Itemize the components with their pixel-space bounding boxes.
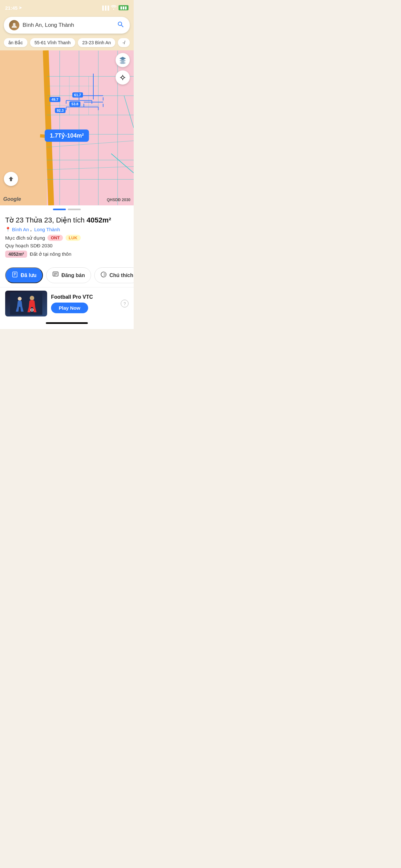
svg-point-0 <box>13 23 16 26</box>
info-title: Tờ 23 Thửa 23, Diện tích 4052m² <box>5 216 128 224</box>
saved-label: Đã lưu <box>21 272 36 278</box>
price-label: 1.7Tỷ-104m² <box>44 129 89 142</box>
ad-help-icon[interactable]: ? <box>121 300 128 307</box>
post-button[interactable]: Đăng bán <box>46 268 91 283</box>
svg-point-52 <box>31 309 33 311</box>
dist-label-617: 61.7 <box>72 92 83 97</box>
post-label: Đăng bán <box>61 273 85 278</box>
blue-indicator-line <box>93 73 94 99</box>
search-text: Bình An, Long Thành <box>23 22 114 28</box>
signal-icon: ▐▐▐ <box>101 5 109 10</box>
saved-button[interactable]: Đã lưu <box>5 268 43 283</box>
layer-button[interactable] <box>116 53 130 67</box>
info-panel: Tờ 23 Thửa 23, Diện tích 4052m² 📍 Bình A… <box>0 212 134 264</box>
user-avatar <box>9 20 19 30</box>
dist-label-923: 92.3 <box>55 108 66 113</box>
ad-play-button[interactable]: Play Now <box>51 303 88 313</box>
area-badge: 4052m² <box>5 251 27 258</box>
location-pin-icon: 📍 <box>5 227 11 232</box>
purpose-row: Mục đích sử dụng ONT LUK <box>5 235 128 241</box>
ad-banner: Football Pro VTC Play Now ? <box>0 287 134 320</box>
svg-point-50 <box>30 296 34 300</box>
filter-chip-0[interactable]: ân Bắc <box>4 38 27 47</box>
progress-dot-2 <box>68 209 81 210</box>
location-link-binh-an[interactable]: Bình An <box>12 227 29 232</box>
progress-dots <box>0 206 134 212</box>
progress-dot-1 <box>53 209 66 210</box>
note-icon <box>100 271 107 279</box>
action-buttons: Đã lưu Đăng bán Chú thích <box>0 264 134 287</box>
up-button[interactable] <box>4 172 18 186</box>
home-indicator <box>0 320 134 329</box>
search-bar[interactable]: Bình An, Long Thành <box>4 17 130 34</box>
wifi-icon <box>111 5 117 11</box>
ad-title: Football Pro VTC <box>51 294 117 300</box>
location-button[interactable] <box>116 70 130 85</box>
status-bar: 21:45 ➤ ▐▐▐ ▮▮▮ <box>0 0 134 14</box>
google-watermark: Google <box>3 196 21 202</box>
map-background: 61.7 49.7 53.8 92.3 1.7Tỷ-104m² <box>0 51 134 206</box>
home-bar <box>46 322 88 324</box>
plan-row: Quy hoạch SDĐ 2030 <box>5 243 128 249</box>
filter-chip-3[interactable]: -/ <box>118 38 130 47</box>
dist-label-497: 49.7 <box>50 97 60 102</box>
qhsdd-label: QHSDĐ 2030 <box>107 197 130 202</box>
svg-point-31 <box>121 76 124 79</box>
area-row: 4052m² Đất ở tại nông thôn <box>5 251 128 258</box>
dist-label-538: 53.8 <box>69 101 80 106</box>
note-label: Chú thích <box>110 273 133 278</box>
svg-rect-36 <box>12 272 17 277</box>
badge-ont: ONT <box>48 235 63 241</box>
note-button[interactable]: Chú thích <box>94 268 134 283</box>
saved-icon <box>11 271 18 279</box>
post-icon <box>52 271 59 279</box>
filter-chip-1[interactable]: 55-61 Vĩnh Thanh <box>30 38 75 47</box>
ad-content: Football Pro VTC Play Now <box>51 294 117 313</box>
search-icon[interactable] <box>117 21 125 30</box>
svg-rect-48 <box>10 292 42 315</box>
map-container[interactable]: 61.7 49.7 53.8 92.3 1.7Tỷ-104m² <box>0 51 134 206</box>
location-arrow-icon: ➤ <box>19 5 22 10</box>
filter-chips: ân Bắc 55-61 Vĩnh Thanh 23-23 Bình An -/ <box>0 36 134 51</box>
badge-luk: LUK <box>66 235 81 241</box>
location-link-long-thanh[interactable]: Long Thành <box>34 227 60 232</box>
filter-chip-2[interactable]: 23-23 Bình An <box>78 38 116 47</box>
info-location: 📍 Bình An , Long Thành <box>5 226 128 232</box>
status-time: 21:45 ➤ <box>5 5 22 11</box>
battery-icon: ▮▮▮ <box>119 5 128 10</box>
svg-point-49 <box>18 297 22 301</box>
search-bar-container: Bình An, Long Thành <box>0 14 134 36</box>
ad-image <box>5 290 47 316</box>
status-right: ▐▐▐ ▮▮▮ <box>101 5 128 11</box>
